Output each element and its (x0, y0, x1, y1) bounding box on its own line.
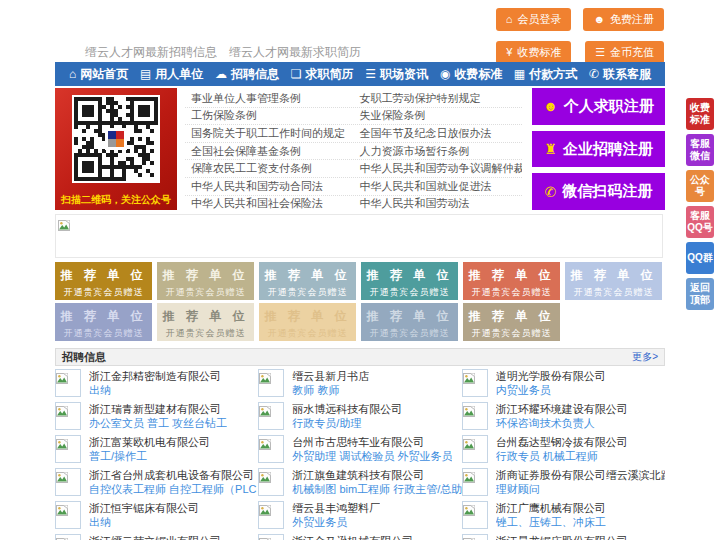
law-link[interactable]: 中华人民共和国劳动争议调解仲裁法 (354, 161, 523, 176)
company-name-link[interactable]: 道明光学股份有限公司 (496, 369, 606, 383)
nav-label: 求职简历 (305, 66, 353, 83)
company-name-link[interactable]: 浙江瑞青新型建材有限公司 (89, 402, 227, 416)
recommend-unit-slot[interactable]: 推 荐 单 位 开通贵宾会员赠送 (157, 303, 254, 341)
recommend-unit-slot[interactable]: 推 荐 单 位 开通贵宾会员赠送 (463, 303, 560, 341)
law-link[interactable]: 中华人民共和国劳动法 (354, 196, 523, 211)
qr-panel: 扫描二维码，关注公众号 (55, 88, 177, 210)
company-name-link[interactable]: 浙江省台州成套机电设备有限公司 (89, 468, 258, 482)
company-name-link[interactable]: 台州磊达型钢冷拔有限公司 (496, 435, 628, 449)
recommend-unit-slot[interactable]: 推 荐 单 位 开通贵宾会员赠送 (361, 303, 458, 341)
position-links[interactable]: 外贸业务员 (292, 515, 380, 530)
company-name-link[interactable]: 缙云县新月书店 (292, 369, 369, 383)
law-link[interactable]: 全国社会保障基金条例 (185, 144, 354, 159)
company-name-link[interactable]: 浙商证券股份有限公司缙云溪滨北路证券营业 (496, 468, 665, 482)
law-link[interactable]: 工伤保险条例 (185, 108, 354, 123)
position-links[interactable]: 机械制图 bim工程师 行政主管/总助 (292, 482, 461, 497)
law-link[interactable]: 中华人民共和国社会保险法 (185, 196, 354, 211)
top-button[interactable]: ☰ 金币充值 (585, 41, 664, 64)
position-links[interactable]: 内贸业务员 (496, 383, 606, 398)
position-links[interactable]: 环保咨询技术负责人 (496, 416, 628, 431)
company-name-link[interactable]: 浙江恒宇锯床有限公司 (89, 501, 199, 515)
recommend-row-2: 推 荐 单 位 开通贵宾会员赠送 推 荐 单 位 开通贵宾会员赠送 推 荐 单 … (55, 303, 667, 341)
job-listing: 浙江金邦精密制造有限公司 出纳 (55, 367, 258, 400)
nav-item[interactable]: ☰ 职场资讯 (365, 66, 428, 83)
law-link[interactable]: 人力资源市场暂行条例 (354, 144, 523, 159)
law-link[interactable]: 事业单位人事管理条例 (185, 91, 354, 106)
payment-icon: ▦ (514, 67, 525, 81)
recommend-title: 推 荐 单 位 (463, 267, 560, 284)
company-name-link[interactable]: 浙江广鹰机械有限公司 (496, 501, 606, 515)
register-button[interactable]: ♜ 企业招聘注册 (532, 131, 665, 168)
law-link-row: 国务院关于职工工作时间的规定 全国年节及纪念日放假办法 (185, 125, 522, 143)
recommend-subtitle: 开通贵宾会员赠送 (463, 286, 560, 299)
position-links[interactable]: 自控仪表工程师 自控工程师（PLC） (89, 482, 258, 497)
recommend-title: 推 荐 单 位 (157, 308, 254, 325)
position-links[interactable]: 行政专员/助理 (292, 416, 402, 431)
company-name-link[interactable]: 浙江旗鱼建筑科技有限公司 (292, 468, 461, 482)
recommend-title: 推 荐 单 位 (259, 308, 356, 325)
recommend-unit-slot[interactable]: 推 荐 单 位 开通贵宾会员赠送 (463, 262, 560, 300)
recommend-unit-slot[interactable]: 推 荐 单 位 开通贵宾会员赠送 (55, 262, 152, 300)
law-link[interactable]: 全国年节及纪念日放假办法 (354, 126, 523, 141)
position-links[interactable]: 出纳 (89, 515, 199, 530)
position-links[interactable]: 行政专员 机械工程师 (496, 449, 628, 464)
register-button[interactable]: ☻ 个人求职注册 (532, 88, 665, 125)
nav-item[interactable]: ✆ 联系客服 (589, 66, 651, 83)
law-link[interactable]: 中华人民共和国劳动合同法 (185, 179, 354, 194)
recommend-unit-slot[interactable]: 推 荐 单 位 开通贵宾会员赠送 (157, 262, 254, 300)
register-button[interactable]: ✆ 微信扫码注册 (532, 173, 665, 210)
enterprise-icon: ♜ (544, 141, 557, 157)
top-button[interactable]: ⌂ 会员登录 (496, 8, 572, 31)
law-link-row: 中华人民共和国劳动合同法 中华人民共和国就业促进法 (185, 178, 522, 196)
position-links[interactable]: 出纳 (89, 383, 221, 398)
recommend-unit-slot[interactable]: 推 荐 单 位 开通贵宾会员赠送 (565, 262, 662, 300)
nav-item[interactable]: ▤ 用人单位 (140, 66, 203, 83)
top-button[interactable]: ☻ 免费注册 (583, 8, 664, 31)
company-name-link[interactable]: 浙江晨龙锯床股份有限公司 (496, 534, 665, 540)
side-qq-group[interactable]: QQ群 (686, 242, 714, 274)
news-icon: ☰ (365, 67, 376, 81)
recommend-subtitle: 开通贵宾会员赠送 (565, 286, 662, 299)
position-links[interactable]: 锉工、压铸工、冲床工 (496, 515, 606, 530)
company-name-link[interactable]: 浙江富莱欧机电有限公司 (89, 435, 210, 449)
company-name-link[interactable]: 浙江金马逊机械有限公司 (292, 534, 413, 540)
recommend-unit-slot[interactable]: 推 荐 单 位 开通贵宾会员赠送 (259, 262, 356, 300)
job-listing: 丽水博远科技有限公司 行政专员/助理 (258, 400, 461, 433)
company-name-link[interactable]: 台州市古思特车业有限公司 (292, 435, 452, 449)
company-name-link[interactable]: 浙江金邦精密制造有限公司 (89, 369, 221, 383)
recommend-unit-slot[interactable]: 推 荐 单 位 开通贵宾会员赠送 (259, 303, 356, 341)
position-links[interactable]: 教师 教师 (292, 383, 369, 398)
position-links[interactable]: 理财顾问 (496, 482, 665, 497)
position-links[interactable]: 外贸助理 调试检验员 外贸业务员 (292, 449, 452, 464)
jobs-more-link[interactable]: 更多> (632, 350, 658, 364)
law-link[interactable]: 女职工劳动保护特别规定 (354, 91, 523, 106)
company-name-link[interactable]: 浙江环耀环境建设有限公司 (496, 402, 628, 416)
person-add-icon: ☻ (543, 98, 558, 114)
nav-item[interactable]: ☁ 招聘信息 (215, 66, 279, 83)
side-service-qq[interactable]: 客服QQ号 (686, 206, 714, 238)
recommend-unit-slot[interactable]: 推 荐 单 位 开通贵宾会员赠送 (55, 303, 152, 341)
company-name-link[interactable]: 缙云县丰鸿塑料厂 (292, 501, 380, 515)
side-service-wechat[interactable]: 客服微信 (686, 134, 714, 166)
recommend-row-1: 推 荐 单 位 开通贵宾会员赠送 推 荐 单 位 开通贵宾会员赠送 推 荐 单 … (55, 262, 667, 300)
top-button[interactable]: ¥ 收费标准 (496, 41, 571, 64)
company-name-link[interactable]: 浙江缙云韩立锯业有限公司 (89, 534, 258, 540)
nav-item[interactable]: ❏ 求职简历 (291, 66, 354, 83)
company-logo-broken-image-icon (258, 501, 284, 529)
nav-label: 付款方式 (529, 66, 577, 83)
recommend-unit-slot[interactable]: 推 荐 单 位 开通贵宾会员赠送 (361, 262, 458, 300)
law-link[interactable]: 中华人民共和国就业促进法 (354, 179, 523, 194)
side-back-to-top[interactable]: 返回顶部 (686, 278, 714, 310)
side-fee-standard[interactable]: 收费标准 (686, 98, 714, 130)
law-link[interactable]: 国务院关于职工工作时间的规定 (185, 126, 354, 141)
nav-item[interactable]: ▦ 付款方式 (514, 66, 577, 83)
law-link[interactable]: 失业保险条例 (354, 108, 523, 123)
company-logo-broken-image-icon (55, 369, 81, 397)
position-links[interactable]: 办公室文员 普工 攻丝台钻工 (89, 416, 227, 431)
company-name-link[interactable]: 丽水博远科技有限公司 (292, 402, 402, 416)
law-link[interactable]: 保障农民工工资支付条例 (185, 161, 354, 176)
side-official-account[interactable]: 公众号 (686, 170, 714, 202)
position-links[interactable]: 普工/操作工 (89, 449, 210, 464)
nav-item[interactable]: ◉ 收费标准 (440, 66, 502, 83)
nav-item[interactable]: ⌂ 网站首页 (69, 66, 128, 83)
